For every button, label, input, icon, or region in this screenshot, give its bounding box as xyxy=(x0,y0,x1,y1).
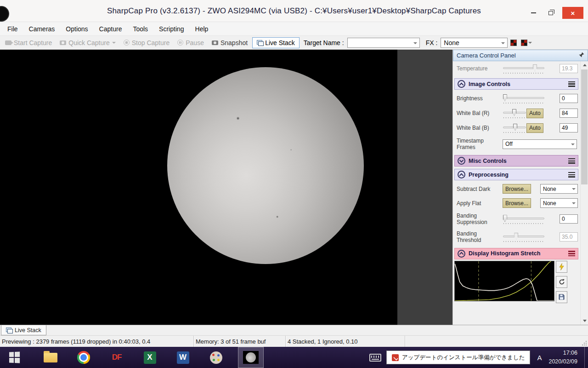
expand-icon[interactable] xyxy=(458,157,465,165)
slider-thumb[interactable] xyxy=(513,124,517,131)
scroll-down-button[interactable] xyxy=(581,317,588,325)
menu-cameras[interactable]: Cameras xyxy=(23,23,61,35)
palette-icon xyxy=(210,351,222,364)
timestamp-frames-dropdown[interactable]: Off xyxy=(503,139,577,149)
reset-stretch-button[interactable] xyxy=(556,276,567,288)
live-stack-button[interactable]: Live Stack xyxy=(252,37,300,48)
wb-r-label: White Bal (R) xyxy=(457,110,503,116)
ime-indicator[interactable]: A xyxy=(535,354,543,362)
stop-capture-button[interactable]: Stop Capture xyxy=(120,38,173,48)
subtract-dark-browse-button[interactable]: Browse... xyxy=(503,184,531,194)
slider-track xyxy=(503,218,544,219)
panel-body: Temperature 19.3 Image Controls Brightne… xyxy=(453,61,588,325)
resize-grip[interactable] xyxy=(582,340,587,346)
subtract-dark-row: Subtract Dark Browse... None xyxy=(453,182,580,196)
hamburger-menu-icon[interactable] xyxy=(568,158,575,164)
histogram-title: Display Histogram Stretch xyxy=(469,250,540,257)
apply-flat-label: Apply Flat xyxy=(457,200,503,207)
brightness-slider[interactable] xyxy=(503,93,545,104)
colour-space-button[interactable] xyxy=(509,39,518,47)
wb-b-slider[interactable] xyxy=(503,123,526,133)
banding-suppression-slider[interactable] xyxy=(503,214,545,224)
debayer-preview-button[interactable] xyxy=(520,39,533,47)
menu-file[interactable]: File xyxy=(2,23,23,35)
banding-suppression-row: Banding Suppression 0 xyxy=(453,210,580,228)
overlay-circle-icon[interactable] xyxy=(0,7,8,21)
hamburger-menu-icon[interactable] xyxy=(568,81,575,87)
image-viewport[interactable] xyxy=(0,50,452,325)
slider-thumb[interactable] xyxy=(512,109,516,116)
start-capture-label: Start Capture xyxy=(14,39,52,46)
taskbar-paint[interactable] xyxy=(205,347,227,368)
brightness-label: Brightness xyxy=(457,95,503,102)
pause-button[interactable]: Pause xyxy=(174,38,207,48)
image-controls-header[interactable]: Image Controls xyxy=(454,78,578,90)
preprocessing-header[interactable]: Preprocessing xyxy=(454,169,578,180)
taskbar-excel[interactable]: X xyxy=(139,347,161,368)
start-capture-button[interactable]: Start Capture xyxy=(2,38,55,48)
pin-icon[interactable] xyxy=(579,52,584,59)
taskbar-df-app[interactable]: DF xyxy=(106,347,128,368)
fx-dropdown[interactable]: None xyxy=(441,38,508,48)
maximize-button[interactable] xyxy=(545,7,557,18)
banding-threshold-slider[interactable] xyxy=(503,232,545,242)
toolbar: Start Capture Quick Capture Stop Capture… xyxy=(0,36,588,50)
save-icon xyxy=(559,294,565,300)
menu-options[interactable]: Options xyxy=(60,23,93,35)
save-stretch-button[interactable] xyxy=(556,291,567,303)
apply-flat-browse-button[interactable]: Browse... xyxy=(503,198,531,208)
collapse-icon[interactable] xyxy=(458,171,465,178)
update-notification[interactable]: アップデートのインストール準備ができました xyxy=(386,351,530,364)
checker-swatch-icon xyxy=(521,40,527,46)
histogram-buttons xyxy=(556,261,567,303)
scroll-up-button[interactable] xyxy=(581,61,588,69)
slider-thumb[interactable] xyxy=(514,233,518,240)
taskbar-word[interactable]: W xyxy=(172,347,194,368)
touch-keyboard-button[interactable] xyxy=(369,354,381,362)
histogram-plot[interactable] xyxy=(454,261,554,301)
misc-controls-header[interactable]: Misc Controls xyxy=(454,155,578,167)
menu-help[interactable]: Help xyxy=(190,23,214,35)
minimize-button[interactable] xyxy=(527,7,539,18)
apply-flat-dropdown[interactable]: None xyxy=(540,198,578,208)
slider-thumb[interactable] xyxy=(503,215,507,222)
slider-ticks xyxy=(503,103,544,104)
fx-label: FX : xyxy=(426,39,438,46)
quick-capture-button[interactable]: Quick Capture xyxy=(57,38,119,48)
menu-capture[interactable]: Capture xyxy=(94,23,128,35)
chevron-down-icon xyxy=(528,42,532,44)
taskbar-chrome[interactable] xyxy=(73,347,95,368)
wb-r-slider[interactable] xyxy=(503,108,526,118)
collapse-icon[interactable] xyxy=(458,250,465,258)
menu-scripting[interactable]: Scripting xyxy=(153,23,189,35)
slider-thumb[interactable] xyxy=(533,64,537,71)
auto-stretch-button[interactable] xyxy=(556,261,567,273)
menu-tools[interactable]: Tools xyxy=(127,23,153,35)
start-button[interactable] xyxy=(0,347,28,368)
stacked-frames-icon xyxy=(257,40,263,45)
wb-b-auto-button[interactable]: Auto xyxy=(526,123,543,133)
snapshot-button[interactable]: Snapshot xyxy=(209,38,251,48)
panel-scrollbar[interactable] xyxy=(580,61,588,325)
slider-thumb[interactable] xyxy=(503,94,507,101)
temperature-slider[interactable] xyxy=(503,63,545,74)
taskbar-clock[interactable]: 17:06 2020/02/09 xyxy=(548,349,579,366)
wb-r-auto-button[interactable]: Auto xyxy=(526,109,543,118)
camera-icon xyxy=(60,40,66,45)
scrollbar-thumb[interactable] xyxy=(581,69,588,184)
slider-ticks xyxy=(503,132,526,133)
hamburger-menu-icon[interactable] xyxy=(568,172,575,178)
main-area: Camera Control Panel Temperature 19.3 xyxy=(0,50,588,325)
taskbar-sharpcap[interactable] xyxy=(238,347,264,368)
taskbar-file-explorer[interactable] xyxy=(40,347,62,368)
close-button[interactable]: × xyxy=(562,7,583,19)
hamburger-menu-icon[interactable] xyxy=(568,251,575,256)
collapse-icon[interactable] xyxy=(458,80,465,88)
target-name-combobox[interactable] xyxy=(347,38,420,48)
target-name-label: Target Name : xyxy=(304,39,344,46)
display-histogram-stretch-header[interactable]: Display Histogram Stretch xyxy=(454,248,578,259)
show-desktop-button[interactable] xyxy=(584,347,588,368)
temperature-label: Temperature xyxy=(457,65,503,72)
subtract-dark-dropdown[interactable]: None xyxy=(540,184,578,194)
live-stack-tab[interactable]: Live Stack xyxy=(1,325,46,335)
